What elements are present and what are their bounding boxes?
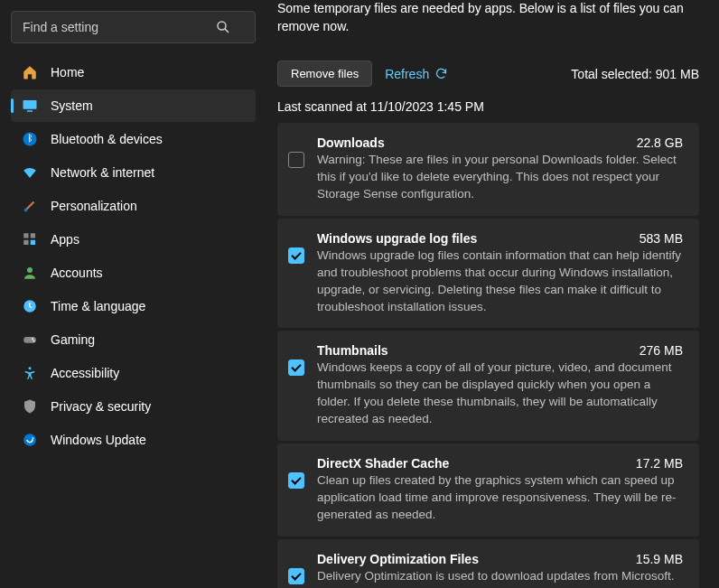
action-row: Remove files Refresh Total selected: 901… xyxy=(277,61,699,87)
sidebar-item-bluetooth[interactable]: Bluetooth & devices xyxy=(11,123,256,155)
system-icon xyxy=(22,98,38,114)
sidebar-item-label: Apps xyxy=(51,232,79,247)
refresh-icon xyxy=(434,67,448,80)
search-box[interactable] xyxy=(11,11,256,43)
sidebar-item-label: Time & language xyxy=(51,299,145,313)
sidebar-item-windows-update[interactable]: Windows Update xyxy=(11,424,256,456)
checkbox[interactable] xyxy=(288,152,304,168)
intro-text: Some temporary files are needed by apps.… xyxy=(277,0,699,35)
svg-rect-6 xyxy=(23,233,28,238)
file-desc: Delivery Optimization is used to downloa… xyxy=(317,568,683,588)
shield-icon xyxy=(22,398,38,415)
nav-list: Home System Bluetooth & devices Network … xyxy=(11,56,256,456)
file-title: Downloads xyxy=(317,135,385,150)
file-size: 17.2 MB xyxy=(636,456,683,471)
sidebar-item-apps[interactable]: Apps xyxy=(11,223,256,256)
file-title: Windows upgrade log files xyxy=(317,231,477,246)
sidebar-item-system[interactable]: System xyxy=(11,89,256,122)
sidebar-item-label: Personalization xyxy=(51,199,137,213)
file-size: 583 MB xyxy=(640,231,683,246)
bluetooth-icon xyxy=(22,131,38,147)
apps-icon xyxy=(22,231,38,247)
remove-files-button[interactable]: Remove files xyxy=(277,61,372,87)
file-size: 15.9 MB xyxy=(636,552,683,566)
sidebar-item-label: Accessibility xyxy=(51,366,119,380)
sidebar-item-label: Windows Update xyxy=(51,433,146,447)
svg-line-1 xyxy=(225,29,229,33)
checkbox[interactable] xyxy=(288,568,304,584)
sidebar-item-privacy[interactable]: Privacy & security xyxy=(11,390,256,423)
sidebar-item-label: Gaming xyxy=(51,332,95,347)
refresh-button[interactable]: Refresh xyxy=(385,67,448,81)
file-size: 22.8 GB xyxy=(637,135,683,150)
sidebar-item-network[interactable]: Network & internet xyxy=(11,156,256,189)
sidebar-item-label: Privacy & security xyxy=(51,399,151,414)
svg-rect-12 xyxy=(23,337,36,343)
file-desc: Clean up files created by the graphics s… xyxy=(317,472,683,524)
file-title: Thumbnails xyxy=(317,343,388,358)
svg-rect-3 xyxy=(27,110,33,112)
svg-point-5 xyxy=(24,209,28,212)
wifi-icon xyxy=(22,164,38,181)
svg-rect-2 xyxy=(23,100,37,109)
sidebar-item-accessibility[interactable]: Accessibility xyxy=(11,357,256,389)
last-scanned: Last scanned at 11/10/2023 1:45 PM xyxy=(277,99,699,114)
content: Some temporary files are needed by apps.… xyxy=(266,0,719,588)
sidebar: Home System Bluetooth & devices Network … xyxy=(0,0,266,588)
file-item-thumbnails[interactable]: Thumbnails 276 MB Windows keeps a copy o… xyxy=(277,331,699,441)
person-icon xyxy=(22,265,38,281)
sidebar-item-time-language[interactable]: Time & language xyxy=(11,290,256,322)
checkbox[interactable] xyxy=(288,359,304,376)
svg-point-14 xyxy=(33,341,35,342)
refresh-label: Refresh xyxy=(385,67,429,81)
clock-icon xyxy=(22,298,38,314)
sidebar-item-label: System xyxy=(51,98,93,113)
svg-point-0 xyxy=(218,22,226,30)
checkbox[interactable] xyxy=(288,247,304,264)
svg-rect-7 xyxy=(31,233,35,238)
search-icon xyxy=(215,19,231,35)
checkbox[interactable] xyxy=(288,472,304,489)
file-title: DirectX Shader Cache xyxy=(317,456,449,471)
file-item-directx-cache[interactable]: DirectX Shader Cache 17.2 MB Clean up fi… xyxy=(277,443,699,537)
file-desc: Warning: These are files in your persona… xyxy=(317,152,683,203)
svg-rect-8 xyxy=(23,240,28,245)
sidebar-item-accounts[interactable]: Accounts xyxy=(11,257,256,289)
sidebar-item-gaming[interactable]: Gaming xyxy=(11,323,256,356)
file-item-delivery-optimization[interactable]: Delivery Optimization Files 15.9 MB Deli… xyxy=(277,539,699,588)
file-item-downloads[interactable]: Downloads 22.8 GB Warning: These are fil… xyxy=(277,123,699,216)
sidebar-item-label: Network & internet xyxy=(51,165,154,180)
svg-point-16 xyxy=(23,434,36,446)
accessibility-icon xyxy=(22,365,38,381)
paintbrush-icon xyxy=(22,198,38,214)
sidebar-item-label: Bluetooth & devices xyxy=(51,132,163,146)
svg-rect-9 xyxy=(31,240,35,245)
gamepad-icon xyxy=(22,331,38,348)
file-desc: Windows keeps a copy of all of your pict… xyxy=(317,359,683,428)
file-desc: Windows upgrade log files contain inform… xyxy=(317,247,683,316)
sidebar-item-label: Accounts xyxy=(51,266,103,280)
sidebar-item-label: Home xyxy=(51,65,84,79)
file-size: 276 MB xyxy=(640,343,683,358)
svg-point-13 xyxy=(32,338,33,340)
home-icon xyxy=(22,64,38,80)
sidebar-item-personalization[interactable]: Personalization xyxy=(11,190,256,222)
total-selected: Total selected: 901 MB xyxy=(571,67,699,81)
file-title: Delivery Optimization Files xyxy=(317,552,479,566)
svg-point-15 xyxy=(29,367,32,369)
file-list: Downloads 22.8 GB Warning: These are fil… xyxy=(277,123,699,588)
file-item-upgrade-logs[interactable]: Windows upgrade log files 583 MB Windows… xyxy=(277,219,699,329)
search-input[interactable] xyxy=(23,20,215,34)
sidebar-item-home[interactable]: Home xyxy=(11,56,256,89)
update-icon xyxy=(22,432,38,448)
svg-point-10 xyxy=(27,267,33,273)
